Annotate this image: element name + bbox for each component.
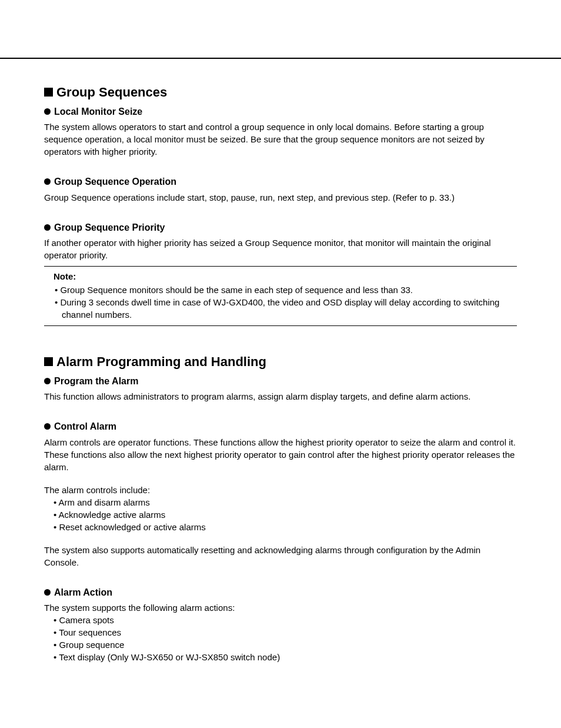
subheading-text: Group Sequence Priority [54,222,165,232]
dot-bullet-icon [44,178,51,185]
note-item: Group Sequence monitors should be the sa… [54,284,517,296]
heading-text: Group Sequences [56,85,167,99]
control-alarm-list: Arm and disarm alarms Acknowledge active… [44,496,517,533]
dot-bullet-icon [44,423,51,430]
body-text: This function allows administrators to p… [44,390,517,403]
list-item: Acknowledge active alarms [44,508,517,521]
subheading-program-alarm: Program the Alarm [44,375,517,388]
list-item: Reset acknowledged or active alarms [44,521,517,533]
subheading-text: Local Monitor Seize [54,107,142,117]
body-text: The system supports the following alarm … [44,601,517,614]
subheading-group-sequence-operation: Group Sequence Operation [44,175,517,188]
list-item: Camera spots [44,614,517,626]
body-text: Group Sequence operations include start,… [44,191,517,204]
list-item: Arm and disarm alarms [44,496,517,508]
note-list: Group Sequence monitors should be the sa… [54,284,517,321]
note-label: Note: [54,270,517,282]
body-text: The system allows operators to start and… [44,121,517,158]
list-item: Text display (Only WJ-SX650 or WJ-SX850 … [44,651,517,663]
note-box: Note: Group Sequence monitors should be … [44,266,517,326]
square-bullet-icon [44,357,53,366]
subheading-text: Program the Alarm [54,376,138,386]
list-item: Tour sequences [44,626,517,639]
heading-text: Alarm Programming and Handling [56,354,266,369]
square-bullet-icon [44,88,53,97]
subheading-alarm-action: Alarm Action [44,586,517,599]
dot-bullet-icon [44,224,51,231]
body-text: If another operator with higher priority… [44,237,517,261]
subheading-text: Alarm Action [54,587,112,597]
subheading-group-sequence-priority: Group Sequence Priority [44,221,517,234]
dot-bullet-icon [44,378,51,384]
note-item: During 3 seconds dwell time in case of W… [54,296,517,321]
body-text: Alarm controls are operator functions. T… [44,436,517,473]
subheading-local-monitor-seize: Local Monitor Seize [44,105,517,118]
body-text: The alarm controls include: [44,484,517,496]
subheading-text: Group Sequence Operation [54,177,176,187]
dot-bullet-icon [44,589,51,596]
subheading-text: Control Alarm [54,421,116,431]
subheading-control-alarm: Control Alarm [44,420,517,433]
section-heading-group-sequences: Group Sequences [44,84,517,102]
dot-bullet-icon [44,108,51,115]
page-content: Group Sequences Local Monitor Seize The … [44,59,517,663]
section-heading-alarm-programming: Alarm Programming and Handling [44,353,517,371]
body-text: The system also supports automatically r… [44,544,517,569]
page: Group Sequences Local Monitor Seize The … [0,58,561,728]
list-item: Group sequence [44,639,517,651]
alarm-action-list: Camera spots Tour sequences Group sequen… [44,614,517,663]
